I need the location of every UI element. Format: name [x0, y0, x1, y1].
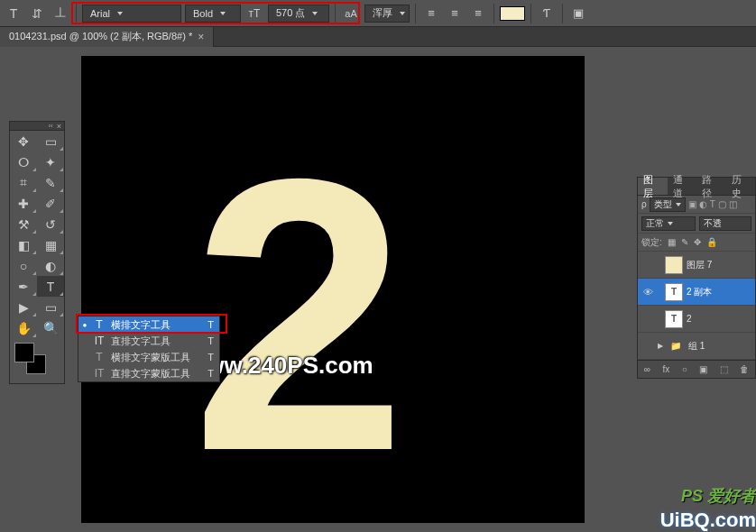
opacity-control[interactable]: 不透: [699, 216, 751, 231]
tab-channels[interactable]: 通道: [668, 178, 697, 195]
hand-tool[interactable]: ✋: [10, 317, 37, 338]
chevron-down-icon: [400, 12, 405, 15]
font-family-value: Arial: [90, 8, 110, 19]
character-panel-button[interactable]: ▣: [568, 4, 588, 23]
tool-indicator-icon: T: [4, 4, 23, 23]
foreground-color[interactable]: [14, 343, 34, 362]
eyedropper-tool[interactable]: ✎: [37, 172, 64, 193]
path-selection-tool[interactable]: ▶: [10, 297, 37, 317]
magic-wand-tool[interactable]: ✦: [37, 151, 64, 172]
close-icon[interactable]: ×: [198, 31, 204, 43]
antialias-label: aA: [341, 4, 361, 23]
lock-pixels-icon[interactable]: ✎: [681, 237, 688, 247]
flyout-item-horizontal-type-mask[interactable]: T 横排文字蒙版工具 T: [78, 349, 219, 365]
filter-adjustment-icon[interactable]: ◐: [699, 199, 707, 209]
tab-history[interactable]: 历史: [726, 178, 756, 195]
zoom-tool[interactable]: 🔍: [37, 317, 64, 338]
crop-tool[interactable]: ⌗: [10, 172, 37, 193]
blur-tool[interactable]: ○: [10, 255, 37, 276]
collapse-icon[interactable]: ‹‹: [48, 122, 52, 130]
canvas[interactable]: 2 www.240PS.com: [81, 56, 585, 523]
brush-tool[interactable]: ✐: [37, 193, 64, 214]
active-dot-icon: ●: [82, 321, 88, 329]
lock-transparency-icon[interactable]: ▦: [668, 237, 676, 247]
layer-thumbnail: [665, 256, 683, 274]
pen-tool[interactable]: ✒: [10, 276, 37, 297]
layer-group-1[interactable]: ▶ 📁 组 1: [638, 333, 755, 360]
new-adjustment-icon[interactable]: ▣: [699, 364, 707, 374]
lock-all-icon[interactable]: 🔒: [706, 237, 717, 247]
warp-text-button[interactable]: Ƭ: [537, 4, 557, 23]
move-tool[interactable]: ✥: [10, 131, 37, 151]
flyout-item-label: 横排文字工具: [111, 318, 199, 332]
align-left-button[interactable]: ≡: [421, 4, 441, 23]
flyout-item-horizontal-type[interactable]: ● T 横排文字工具 T: [78, 316, 219, 333]
tab-layers[interactable]: 图层: [638, 178, 668, 195]
filter-pixel-icon[interactable]: ▣: [688, 199, 696, 209]
clone-stamp-tool[interactable]: ⚒: [10, 214, 37, 234]
chevron-down-icon: [312, 12, 318, 15]
toggle-orientation-icon[interactable]: ⇵: [27, 4, 47, 23]
flyout-item-key: T: [205, 368, 214, 379]
horizontal-type-mask-icon: T: [93, 351, 106, 363]
expand-icon[interactable]: ▶: [658, 342, 663, 350]
branding-logo-1: PS 爱好者: [681, 485, 756, 507]
lock-position-icon[interactable]: ✥: [694, 237, 701, 247]
flyout-item-vertical-type-mask[interactable]: IT 直排文字蒙版工具 T: [78, 365, 219, 381]
marquee-tool[interactable]: ▭: [37, 131, 64, 151]
align-right-button[interactable]: ≡: [468, 4, 488, 23]
text-color-swatch[interactable]: [500, 6, 525, 21]
layers-panel: 图层 通道 路径 历史 ρ 类型 ▣ ◐ T ▢ ◫ 正常 不透 锁定: ▦ ✎…: [637, 177, 756, 379]
dodge-tool[interactable]: ◐: [37, 255, 64, 276]
delete-layer-icon[interactable]: 🗑: [740, 364, 749, 374]
antialias-dropdown[interactable]: 浑厚: [364, 5, 410, 23]
type-tool-flyout: ● T 横排文字工具 T IT 直排文字工具 T T 横排文字蒙版工具 T IT…: [78, 316, 220, 382]
document-tab[interactable]: 0104231.psd @ 100% (2 副本, RGB/8#) * ×: [0, 27, 214, 47]
chevron-down-icon: [117, 12, 123, 15]
filter-type-icon[interactable]: T: [710, 199, 715, 209]
layer-2[interactable]: T 2: [638, 306, 755, 333]
filter-shape-icon[interactable]: ▢: [718, 199, 726, 209]
font-family-dropdown[interactable]: Arial: [82, 5, 181, 23]
history-brush-tool[interactable]: ↺: [37, 214, 64, 234]
flyout-item-key: T: [205, 335, 214, 346]
layer-fx-icon[interactable]: fx: [662, 364, 669, 374]
gradient-tool[interactable]: ▦: [37, 234, 64, 255]
flyout-item-vertical-type[interactable]: IT 直排文字工具 T: [78, 333, 219, 349]
flyout-item-key: T: [205, 319, 214, 330]
layer-filter-type-dropdown[interactable]: 类型: [650, 197, 686, 212]
flyout-item-label: 直排文字蒙版工具: [111, 367, 199, 381]
eraser-tool[interactable]: ◧: [10, 234, 37, 255]
layer-2-copy[interactable]: 👁 T 2 副本: [638, 279, 755, 306]
layer-layer7[interactable]: 图层 7: [638, 252, 755, 279]
antialias-value: 浑厚: [373, 6, 392, 20]
layer-name[interactable]: 2: [687, 314, 692, 324]
text-size-icon: тT: [244, 4, 264, 23]
lasso-tool[interactable]: ⵔ: [10, 151, 37, 172]
close-icon[interactable]: ×: [57, 122, 61, 131]
healing-tool[interactable]: ✚: [10, 193, 37, 214]
foreground-background-colors[interactable]: [10, 338, 64, 383]
add-mask-icon[interactable]: ○: [682, 364, 687, 374]
horizontal-type-icon: T: [93, 318, 106, 331]
new-group-icon[interactable]: ⬚: [720, 364, 728, 374]
shape-tool[interactable]: ▭: [37, 297, 64, 317]
flyout-item-key: T: [205, 352, 214, 362]
filter-smart-icon[interactable]: ◫: [729, 199, 737, 209]
layer-name[interactable]: 组 1: [688, 340, 705, 353]
blend-mode-dropdown[interactable]: 正常: [641, 216, 696, 231]
align-center-button[interactable]: ≡: [445, 4, 465, 23]
layer-name[interactable]: 2 副本: [687, 286, 712, 298]
vertical-text-icon[interactable]: 丄: [51, 4, 70, 23]
canvas-text-glyph: 2: [191, 92, 407, 532]
type-layer-icon: T: [665, 310, 683, 328]
font-style-dropdown[interactable]: Bold: [185, 5, 241, 23]
type-tool[interactable]: T: [37, 276, 64, 297]
tools-panel: ‹‹ × ✥ ▭ ⵔ ✦ ⌗ ✎ ✚ ✐ ⚒ ↺ ◧ ▦ ○ ◐ ✒ T ▶ ▭…: [9, 121, 65, 384]
visibility-toggle[interactable]: 👁: [641, 287, 654, 298]
layer-name[interactable]: 图层 7: [687, 259, 712, 271]
link-layers-icon[interactable]: ∞: [644, 364, 650, 374]
font-size-dropdown[interactable]: 570 点: [268, 5, 329, 23]
tab-paths[interactable]: 路径: [696, 178, 726, 195]
flyout-item-label: 直排文字工具: [111, 335, 199, 348]
